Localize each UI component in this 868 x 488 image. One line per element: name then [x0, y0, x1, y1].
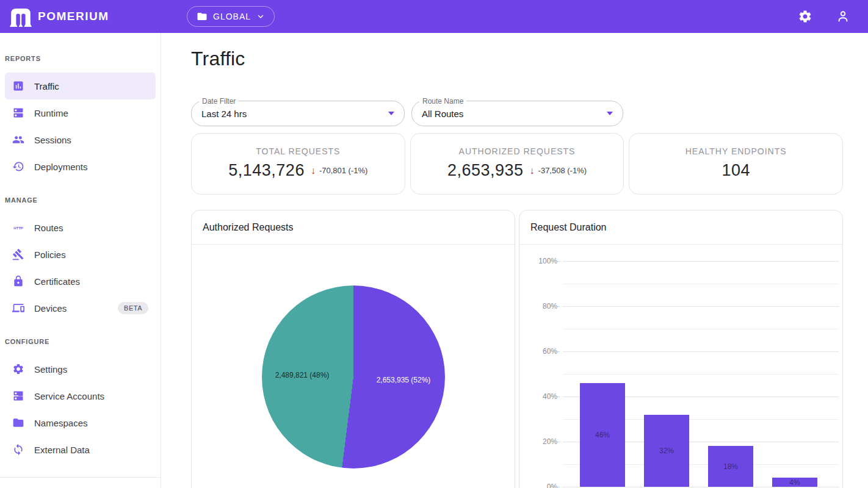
sidebar-item-certificates[interactable]: Certificates [5, 268, 156, 295]
trend-down-icon: ↓ [311, 165, 316, 176]
namespace-label: GLOBAL [213, 12, 251, 21]
bar-chart: 100%80%60%40%20%0%46%32%18%4% [519, 245, 842, 488]
stat-label: TOTAL REQUESTS [192, 146, 405, 156]
stat-card-authorized-requests: AUTHORIZED REQUESTS 2,653,935 ↓ -37,508 … [410, 133, 624, 195]
dns-icon [12, 107, 24, 119]
y-tick-mark [557, 261, 560, 262]
main-content: Traffic Date Filter Last 24 hrs Route Na… [162, 33, 868, 488]
sidebar-divider [0, 477, 161, 478]
date-filter-value: Last 24 hrs [201, 109, 247, 119]
settings-gear-icon[interactable] [798, 9, 812, 24]
stat-value: 2,653,935 [447, 161, 524, 180]
sidebar-item-label: Certificates [34, 276, 80, 287]
charts-row: Authorized Requests 2,489,821 (48%) 2,65… [191, 210, 843, 488]
sidebar-item-label: Traffic [34, 81, 59, 92]
dropdown-arrow-icon [607, 112, 613, 115]
request-duration-chart-card: Request Duration 100%80%60%40%20%0%46%32… [519, 210, 843, 488]
y-tick-mark [557, 306, 560, 307]
stat-delta: -70,801 (-1%) [319, 166, 367, 175]
sidebar-item-label: Namespaces [34, 418, 88, 428]
chevron-down-icon [256, 12, 265, 21]
pie-slice-label-teal: 2,489,821 (48%) [275, 371, 330, 379]
sidebar-item-traffic[interactable]: Traffic [5, 73, 156, 99]
namespace-selector[interactable]: GLOBAL [187, 6, 275, 27]
gavel-icon [12, 248, 24, 260]
sidebar-item-label: Runtime [34, 108, 68, 118]
history-icon [12, 160, 24, 173]
user-account-icon[interactable] [836, 9, 850, 24]
chart-title: Authorized Requests [192, 210, 515, 245]
sidebar-item-routes[interactable]: HTTP Routes [5, 214, 156, 241]
y-tick-label: 100% [533, 257, 557, 265]
folder-icon [12, 417, 24, 429]
stats-row: TOTAL REQUESTS 5,143,726 ↓ -70,801 (-1%)… [191, 133, 843, 195]
route-name-label: Route Name [419, 97, 466, 106]
y-tick-mark [557, 487, 560, 487]
y-tick-label: 80% [533, 303, 557, 310]
pomerium-logo-icon [10, 7, 32, 27]
authorized-requests-chart-card: Authorized Requests 2,489,821 (48%) 2,65… [191, 210, 515, 488]
gridline-major [563, 261, 839, 262]
devices-icon [12, 302, 24, 314]
beta-badge: BETA [118, 302, 148, 314]
sync-icon [12, 443, 24, 456]
sidebar-nav: REPORTS Traffic Runtime Sessions Deploym… [0, 33, 161, 488]
trend-down-icon: ↓ [530, 165, 535, 176]
section-label-manage: MANAGE [5, 196, 156, 204]
storage-icon [12, 390, 24, 402]
stat-label: HEALTHY ENDPOINTS [629, 146, 842, 156]
bar-value-label: 4% [772, 478, 817, 487]
route-name-select[interactable]: Route Name All Routes [411, 101, 623, 126]
pie-slice-label-purple: 2,653,935 (52%) [377, 376, 431, 384]
brand-name: POMERIUM [38, 10, 109, 23]
stat-card-healthy-endpoints: HEALTHY ENDPOINTS 104 [629, 133, 843, 195]
pie-chart: 2,489,821 (48%) 2,653,935 (52%) [192, 245, 515, 488]
sidebar-item-label: Sessions [34, 135, 71, 145]
chart-title: Request Duration [519, 210, 842, 245]
sidebar-item-external-data[interactable]: External Data [5, 436, 156, 463]
gridline-major [563, 487, 839, 487]
page-title: Traffic [191, 48, 843, 70]
sidebar-item-settings[interactable]: Settings [5, 356, 156, 382]
filters-row: Date Filter Last 24 hrs Route Name All R… [191, 101, 843, 126]
sidebar-item-label: Deployments [34, 162, 88, 172]
stat-card-total-requests: TOTAL REQUESTS 5,143,726 ↓ -70,801 (-1%) [191, 133, 405, 195]
gridline-major [563, 351, 839, 352]
gridline-major [563, 306, 839, 307]
analytics-icon [12, 80, 24, 92]
y-tick-label: 60% [533, 348, 557, 355]
gridline-minor [563, 284, 839, 284]
sidebar-item-label: Settings [34, 364, 67, 375]
sidebar-item-policies[interactable]: Policies [5, 241, 156, 268]
sidebar-item-namespaces[interactable]: Namespaces [5, 409, 156, 436]
y-tick-label: 0% [533, 483, 557, 488]
stat-value: 104 [722, 161, 750, 180]
dropdown-arrow-icon [388, 112, 394, 115]
sidebar-item-service-accounts[interactable]: Service Accounts [5, 382, 156, 409]
sidebar-item-label: Policies [34, 249, 66, 260]
sidebar-item-label: Routes [34, 223, 63, 233]
sidebar-item-devices[interactable]: Devices BETA [5, 295, 156, 321]
sidebar-item-runtime[interactable]: Runtime [5, 99, 156, 126]
gridline-minor [563, 374, 839, 375]
date-filter-select[interactable]: Date Filter Last 24 hrs [191, 101, 405, 126]
svg-text:HTTP: HTTP [13, 226, 23, 230]
sidebar-item-label: Devices [34, 303, 67, 314]
bar-value-label: 32% [644, 447, 689, 455]
sidebar-item-label: Service Accounts [34, 391, 104, 401]
bar-value-label: 18% [708, 462, 753, 471]
top-app-bar: POMERIUM GLOBAL [0, 0, 868, 33]
section-label-configure: CONFIGURE [5, 337, 156, 346]
bar-value-label: 46% [580, 431, 625, 439]
gear-icon [12, 363, 24, 375]
lock-icon [12, 275, 24, 287]
sidebar-item-label: External Data [34, 445, 90, 455]
route-name-value: All Routes [422, 109, 463, 119]
http-icon: HTTP [12, 221, 24, 234]
date-filter-label: Date Filter [199, 97, 239, 106]
y-tick-mark [557, 442, 560, 442]
sidebar-item-deployments[interactable]: Deployments [5, 153, 156, 180]
pomerium-logo[interactable]: POMERIUM [10, 7, 109, 27]
stat-delta: -37,508 (-1%) [538, 166, 587, 175]
sidebar-item-sessions[interactable]: Sessions [5, 126, 156, 153]
